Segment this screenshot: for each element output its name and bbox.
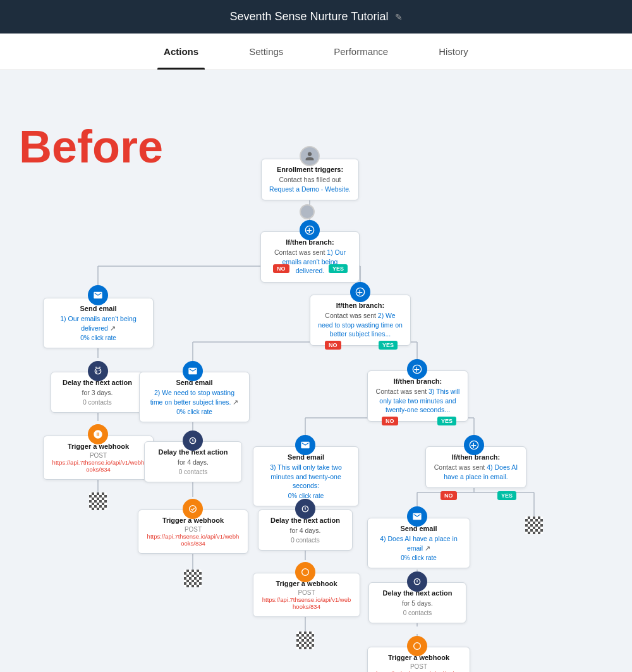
webhook2-post: POST <box>146 526 240 533</box>
webhook3-post: POST <box>261 589 352 596</box>
webhook1-icon <box>88 424 108 444</box>
tab-history[interactable]: History <box>432 34 475 70</box>
send-email3-node: Send email 3) This will only take two mi… <box>253 446 359 506</box>
webhook2-icon <box>183 499 203 519</box>
badge-no-3: NO <box>382 417 398 425</box>
delay3-icon <box>295 499 315 519</box>
webhook1-url: https://api.7thsense.io/api/v1/webhooks/… <box>51 459 145 473</box>
delay1-text: for 3 days. <box>59 388 136 398</box>
webhook2-url: https://api.7thsense.io/api/v1/webhooks/… <box>146 533 240 547</box>
svg-rect-49 <box>192 439 193 441</box>
svg-rect-47 <box>99 370 99 371</box>
svg-rect-56 <box>416 580 417 582</box>
send-email2-icon <box>183 361 203 381</box>
branch3-icon <box>407 359 427 379</box>
send-email1-title: Send email <box>51 305 145 312</box>
branch2-icon <box>350 282 370 302</box>
before-label: Before <box>19 121 163 173</box>
webhook3-icon <box>295 562 315 582</box>
svg-rect-46 <box>96 370 97 373</box>
end-node-5 <box>525 516 543 534</box>
main-content: Before <box>0 70 632 672</box>
delay2-text: for 4 days. <box>152 458 234 467</box>
svg-point-57 <box>414 643 421 650</box>
page-header: Seventh Sense Nurture Tutorial ✎ <box>0 0 632 34</box>
connector-circle-1 <box>300 204 315 219</box>
tab-actions[interactable]: Actions <box>157 34 205 70</box>
enrollment-title: Enrollment triggers: <box>269 166 351 173</box>
svg-point-51 <box>190 506 197 513</box>
tab-settings[interactable]: Settings <box>243 34 289 70</box>
branch2-text: Contact was sent 2) We need to stop wast… <box>318 311 403 339</box>
send-email4-text: 4) Does AI have a place in email ↗ <box>375 534 462 553</box>
svg-point-54 <box>302 569 309 576</box>
send-email1-node: Send email 1) Our emails aren't being de… <box>43 298 154 348</box>
end-node-3 <box>296 632 314 649</box>
badge-yes-1: YES <box>329 264 348 273</box>
branch2-title: If/then branch: <box>318 302 403 309</box>
delay4-icon <box>407 571 427 592</box>
delay2-contacts: 0 contacts <box>152 468 234 475</box>
delay2-icon <box>183 431 203 451</box>
delay3-text: for 4 days. <box>266 526 344 535</box>
svg-rect-45 <box>99 367 100 367</box>
branch3-text: Contact was sent 3) This will only take … <box>375 387 460 415</box>
send-email1-icon <box>88 285 108 305</box>
edit-icon[interactable]: ✎ <box>395 12 403 22</box>
page-title: Seventh Sense Nurture Tutorial <box>229 10 388 23</box>
delay4-text: for 5 days. <box>377 599 458 608</box>
send-email2-stat: 0% click rate <box>147 408 241 415</box>
enrollment-icon <box>300 146 320 166</box>
webhook4-icon <box>407 636 427 656</box>
webhook4-post: POST <box>375 663 462 670</box>
nav-tabs: Actions Settings Performance History <box>0 34 632 70</box>
enrollment-text: Contact has filled out Request a Demo - … <box>269 175 351 193</box>
branch2-node: If/then branch: Contact was sent 2) We n… <box>310 295 411 346</box>
svg-rect-53 <box>305 507 305 510</box>
send-email2-text: 2) We need to stop wasting time on bette… <box>147 388 241 406</box>
webhook1-post: POST <box>51 452 145 459</box>
end-node-2 <box>184 570 202 587</box>
send-email3-text: 3) This will only take two minutes and t… <box>261 463 351 491</box>
badge-no-2: NO <box>325 341 341 350</box>
send-email4-stat: 0% click rate <box>375 554 462 561</box>
badge-no-1: NO <box>273 264 289 273</box>
badge-yes-3: YES <box>437 417 456 425</box>
send-email1-stat: 0% click rate <box>51 334 145 341</box>
delay4-contacts: 0 contacts <box>377 609 458 616</box>
delay1-contacts: 0 contacts <box>59 399 136 406</box>
delay1-icon <box>88 361 108 381</box>
tab-performance[interactable]: Performance <box>327 34 394 70</box>
end-node-1 <box>89 492 107 510</box>
webhook3-url: https://api.7thsense.io/api/v1/webhooks/… <box>261 596 352 610</box>
send-email4-icon <box>407 506 427 527</box>
badge-yes-4: YES <box>497 491 516 500</box>
svg-rect-44 <box>95 367 97 367</box>
svg-rect-50 <box>193 441 194 441</box>
delay3-contacts: 0 contacts <box>266 537 344 544</box>
branch4-text: Contact was sent 4) Does AI have a place… <box>434 463 518 481</box>
branch4-icon <box>464 435 484 455</box>
send-email3-icon <box>295 435 315 455</box>
badge-yes-2: YES <box>379 341 398 350</box>
send-email1-text: 1) Our emails aren't being delivered ↗ <box>51 314 145 333</box>
badge-no-4: NO <box>441 491 457 500</box>
branch1-icon <box>300 220 320 240</box>
